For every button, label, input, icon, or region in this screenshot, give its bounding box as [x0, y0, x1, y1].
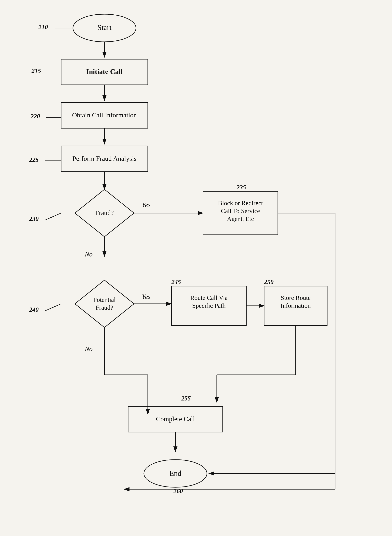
potential-fraud-line2: Fraud? — [96, 304, 113, 311]
svg-rect-0 — [0, 0, 392, 536]
ref-210: 210 — [38, 24, 48, 31]
ref-225: 225 — [29, 156, 39, 163]
start-label: Start — [97, 23, 112, 32]
route-call-line1: Route Call Via — [190, 294, 227, 301]
fraud-analysis-label: Perform Fraud Analysis — [73, 155, 137, 162]
ref-260: 260 — [173, 488, 183, 495]
block-redirect-line1: Block or Redirect — [218, 199, 263, 207]
store-route-line2: Information — [281, 302, 311, 309]
block-redirect-line2: Call To Service — [221, 207, 260, 214]
complete-call-label: Complete Call — [156, 415, 195, 422]
ref-250: 250 — [264, 278, 274, 285]
ref-215: 215 — [31, 67, 41, 74]
route-call-line2: Specific Path — [192, 302, 226, 309]
fraud-yes-label: Yes — [142, 201, 151, 209]
block-redirect-line3: Agent, Etc — [227, 215, 254, 222]
end-label: End — [169, 469, 181, 477]
ref-220: 220 — [30, 113, 40, 120]
potential-no-label: No — [84, 345, 93, 352]
ref-240: 240 — [29, 306, 39, 313]
potential-fraud-line1: Potential — [93, 296, 116, 303]
fraud-no-label: No — [84, 251, 93, 258]
ref-230: 230 — [29, 215, 39, 222]
initiate-call-label: Initiate Call — [86, 68, 123, 76]
potential-yes-label: Yes — [142, 293, 151, 300]
ref-255: 255 — [181, 395, 191, 402]
store-route-line1: Store Route — [281, 294, 311, 301]
obtain-call-label: Obtain Call Information — [72, 111, 137, 119]
ref-245: 245 — [171, 278, 181, 285]
fraud-decision-label: Fraud? — [95, 209, 114, 216]
ref-235: 235 — [236, 184, 246, 191]
